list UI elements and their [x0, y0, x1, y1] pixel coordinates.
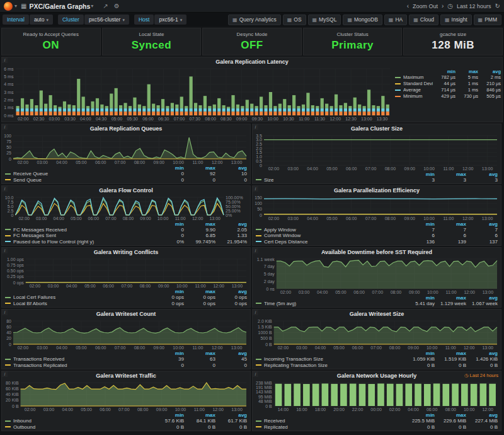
time-range-picker[interactable]: Last 12 hours	[457, 3, 491, 9]
legend-series-label[interactable]: Apply Window	[264, 227, 403, 233]
template-var-value[interactable]: auto▾	[30, 14, 53, 25]
panel-title[interactable]: Galera Flow Control	[99, 187, 153, 194]
legend-series-label[interactable]: Outbound	[13, 424, 152, 431]
legend-series-label[interactable]: Inbound	[13, 418, 152, 424]
legend-series-label[interactable]: Send Queue	[13, 177, 152, 183]
panel-legend: minmaxavgLocal Cert Failures0 ops0 ops0 …	[2, 289, 250, 307]
panel-info-icon[interactable]: i	[253, 310, 258, 315]
svg-text:11:00: 11:00	[446, 290, 457, 294]
panel-title[interactable]: Galera Writeset Size	[350, 311, 404, 317]
panel-title[interactable]: Galera Parallelization Efficiency	[334, 187, 420, 194]
panel-info-icon[interactable]: i	[253, 371, 258, 377]
svg-text:07:00: 07:00	[372, 290, 384, 294]
panel-title[interactable]: Galera Replication Latency	[215, 59, 289, 65]
panel-title[interactable]: Galera Writeset Traffic	[96, 373, 156, 379]
legend-value-max: 9.90	[184, 227, 215, 233]
legend-series-label[interactable]: Replicating Transaction Size	[264, 362, 403, 369]
legend-series-label[interactable]: Minimum	[403, 93, 433, 100]
panel-title[interactable]: Galera Writing Conflicts	[94, 249, 158, 255]
time-back-chevron-icon[interactable]: ‹	[407, 3, 409, 9]
dashboard-picker-caret-icon[interactable]: ▾	[91, 3, 93, 9]
legend-row: Replicating Transaction Size0 B0 B0 B	[256, 362, 498, 369]
panel-info-icon[interactable]: i	[2, 371, 8, 377]
legend-value-max: 63	[184, 356, 215, 362]
legend-series-label[interactable]: FC Messages Received	[13, 227, 152, 233]
legend-row: Transactions Received396345	[5, 356, 247, 362]
dashboard-link-insight[interactable]: ▦Insight	[440, 14, 472, 25]
panel-info-icon[interactable]: i	[253, 186, 258, 192]
svg-text:09:30: 09:30	[252, 117, 263, 121]
legend-series-label[interactable]: Received	[264, 418, 403, 424]
panel-info-icon[interactable]: i	[2, 310, 8, 315]
legend-series-label[interactable]: Maximum	[403, 74, 433, 81]
org-switch-caret-icon[interactable]: ▾	[14, 3, 17, 9]
dashboard-link-query-analytics[interactable]: ▦Query Analytics	[228, 14, 281, 25]
legend-series-label[interactable]: Transactions Replicated	[13, 362, 152, 369]
dashboard-link-ha[interactable]: ▦HA	[384, 14, 407, 25]
legend-series-label[interactable]: Replicated	[264, 424, 403, 431]
dashboard-link-pmm[interactable]: ▦PMM	[474, 14, 501, 25]
legend-series-label[interactable]: Local Bf Aborts	[13, 301, 152, 307]
dashboard-link-os[interactable]: ▦OS	[283, 14, 306, 25]
stat-title[interactable]: Desync Mode	[237, 32, 268, 37]
svg-text:07:00: 07:00	[174, 117, 185, 121]
dashboard-title[interactable]: PXC/Galera Graphs	[29, 3, 90, 10]
svg-text:06:00: 06:00	[95, 345, 106, 350]
dashboard-link-cloud[interactable]: ▦Cloud	[409, 14, 438, 25]
dashboard-link-mongodb[interactable]: ▦MongoDB	[343, 14, 382, 25]
legend-row: Maximum782 µs5 ms2 ms	[395, 74, 501, 81]
legend-value-max: 6	[435, 233, 466, 239]
legend-series-label[interactable]: Incoming Transaction Size	[264, 356, 403, 362]
svg-text:06:00: 06:00	[352, 345, 364, 350]
svg-text:04:00: 04:00	[80, 117, 91, 121]
stat-title[interactable]: gcache size	[440, 32, 466, 37]
stat-title[interactable]: Ready to Accept Queries	[23, 32, 79, 37]
legend-series-label[interactable]: Cert Deps Distance	[264, 239, 403, 245]
legend-series-label[interactable]: Paused due to Flow Control (right y)	[13, 239, 152, 245]
legend-series-label[interactable]: Commit Window	[264, 233, 403, 239]
legend-series-label[interactable]: Transactions Received	[13, 356, 152, 362]
share-icon[interactable]: ↗	[103, 3, 108, 9]
legend-row: Cert Deps Distance136139137	[256, 239, 498, 245]
panel-title[interactable]: Galera Network Usage Hourly	[337, 373, 417, 379]
panel-info-icon[interactable]: i	[253, 124, 258, 130]
legend-col-min: min	[152, 165, 184, 171]
svg-text:05:00: 05:00	[76, 345, 87, 350]
panel-info-icon[interactable]: i	[2, 248, 8, 253]
legend-series-label[interactable]: Time (5m avg)	[264, 301, 403, 307]
panel-title[interactable]: Available Downtime before SST Required	[321, 249, 432, 255]
dashboard-link-mysql[interactable]: ▦MySQL	[308, 14, 341, 25]
legend-row: Size333	[256, 177, 498, 183]
panel-info-icon[interactable]: i	[253, 248, 258, 253]
settings-gear-icon[interactable]: ⚙	[114, 3, 120, 9]
svg-text:16:00: 16:00	[296, 407, 307, 412]
refresh-icon[interactable]: ↻	[495, 3, 500, 9]
panel-legend: minmaxavgInbound57.6 KiB84.1 KiB61.7 KiB…	[2, 412, 250, 431]
panel-title[interactable]: Galera Replication Queues	[90, 125, 163, 132]
legend-series-label[interactable]: Receive Queue	[13, 171, 152, 177]
svg-text:0.50 ops: 0.50 ops	[7, 269, 24, 274]
legend-series-label[interactable]: FC Messages Sent	[13, 233, 152, 239]
template-var-value[interactable]: pxc56-cluster▾	[84, 14, 129, 25]
panel-title[interactable]: Galera Writeset Count	[96, 311, 156, 317]
stat-title[interactable]: Local State	[139, 32, 164, 37]
legend-value-avg: 0 B	[466, 362, 498, 369]
zoom-out-button[interactable]: Zoom Out	[413, 3, 438, 9]
panel-title[interactable]: Galera Cluster Size	[351, 125, 403, 132]
legend-series-label[interactable]: Standard Deviation	[403, 81, 433, 87]
legend-series-label[interactable]: Local Cert Failures	[13, 294, 152, 301]
legend-row: Commit Window666	[256, 233, 498, 239]
panel-info-icon[interactable]: i	[2, 57, 8, 63]
legend-value-min: 0 B	[403, 424, 435, 431]
time-forward-chevron-icon[interactable]: ›	[442, 3, 444, 9]
legend-series-label[interactable]: Size	[264, 177, 403, 183]
legend-value-avg: 0 ops	[215, 301, 247, 307]
legend-col-avg: avg	[215, 165, 247, 171]
grafana-logo[interactable]	[4, 2, 13, 11]
panel-info-icon[interactable]: i	[2, 186, 8, 192]
legend-series-label[interactable]: Average	[403, 87, 433, 93]
template-var-value[interactable]: pxc56-1▾	[154, 14, 186, 25]
panel-info-icon[interactable]: i	[2, 124, 8, 130]
legend-row: Incoming Transaction Size1.059 KiB1.519 …	[256, 356, 498, 362]
stat-title[interactable]: Cluster Status	[336, 32, 368, 37]
